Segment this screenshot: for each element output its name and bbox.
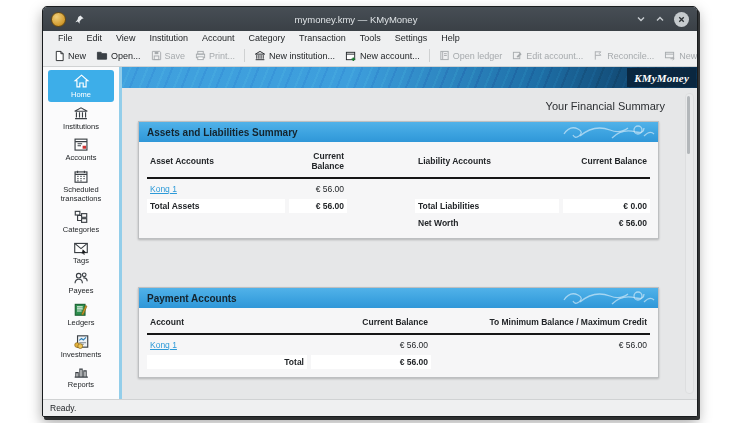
menu-settings[interactable]: Settings (388, 33, 435, 43)
pin-icon[interactable] (74, 14, 85, 25)
table-row: Konq 1 € 56.00 € 56.00 (147, 338, 650, 352)
new-institution-button[interactable]: New institution... (249, 48, 340, 64)
status-text: Ready. (50, 403, 76, 413)
edit-account-button[interactable]: Edit account... (507, 48, 588, 63)
net-worth-value: € 56.00 (563, 216, 650, 230)
total-label: Total (147, 355, 307, 369)
total-value: € 56.00 (311, 355, 431, 369)
new-button[interactable]: New (49, 48, 91, 64)
page-title: Your Financial Summary (122, 100, 697, 112)
sidebar-item-tags[interactable]: Tags (48, 238, 114, 268)
toolbar: New Open... Save Print... New institutio… (43, 45, 697, 67)
table-header-row: Account Current Balance To Minimum Balan… (147, 315, 650, 335)
kmymoney-banner: KMyMoney (122, 67, 697, 88)
investments-icon (73, 334, 90, 349)
flourish-decoration (560, 122, 656, 142)
minimize-button[interactable] (636, 14, 646, 24)
totals-row: Total Assets € 56.00 Total Liabilities €… (147, 199, 650, 213)
section-title: Payment Accounts (147, 293, 237, 304)
new-account-button[interactable]: New account... (340, 48, 425, 64)
column-header: Liability Accounts (415, 154, 559, 168)
menu-help[interactable]: Help (434, 33, 467, 43)
column-header: Current Balance (311, 315, 431, 329)
toolbar-separator (429, 49, 430, 62)
app-icon[interactable] (51, 12, 66, 27)
save-icon (151, 50, 162, 61)
payees-icon (73, 271, 89, 285)
sidebar-item-categories[interactable]: Categories (48, 206, 114, 237)
account-limit: € 56.00 (435, 338, 650, 352)
tags-icon (73, 241, 89, 255)
home-icon (73, 73, 90, 89)
new-document-icon (54, 50, 65, 62)
menu-transaction[interactable]: Transaction (292, 33, 353, 43)
edit-account-icon (512, 50, 523, 61)
net-worth-label: Net Worth (415, 216, 559, 230)
column-header: Asset Accounts (147, 154, 285, 168)
menu-view[interactable]: View (109, 33, 142, 43)
reconcile-button[interactable]: Reconcile... (588, 48, 659, 63)
networth-row: Net Worth € 56.00 (147, 216, 650, 230)
total-liabilities-value: € 0.00 (563, 199, 650, 213)
account-link-konq1[interactable]: Konq 1 (150, 184, 177, 194)
institutions-icon (73, 106, 89, 121)
toolbar-separator (244, 49, 245, 62)
print-icon (195, 50, 206, 61)
kmymoney-logo: KMyMoney (627, 68, 696, 87)
content-scrollbar[interactable] (685, 93, 694, 394)
flourish-decoration (560, 288, 656, 308)
menu-account[interactable]: Account (195, 33, 242, 43)
maximize-button[interactable] (655, 14, 665, 24)
sidebar-item-investments[interactable]: Investments (48, 331, 114, 362)
menu-tools[interactable]: Tools (353, 33, 388, 43)
sidebar-item-home[interactable]: Home (48, 70, 114, 102)
account-balance: € 56.00 (311, 338, 431, 352)
menu-file[interactable]: File (51, 33, 80, 43)
open-button[interactable]: Open... (91, 48, 146, 63)
assets-liabilities-header: Assets and Liabilities Summary (139, 122, 658, 142)
assets-liabilities-table: Asset Accounts Current Balance Liability… (139, 142, 658, 238)
sidebar-item-ledgers[interactable]: Ledgers (48, 299, 114, 330)
sidebar-item-scheduled-transactions[interactable]: Scheduled transactions (48, 166, 114, 205)
close-button[interactable] (674, 12, 689, 27)
sidebar-item-reports[interactable]: Reports (48, 362, 114, 392)
new-credit-transfer-button[interactable]: New credit transfer (659, 48, 698, 63)
total-assets-value: € 56.00 (289, 199, 347, 213)
window-title: mymoney.kmy — KMyMoney (85, 14, 627, 25)
view-sidebar: Home Institutions Accounts Scheduled tra… (43, 67, 119, 399)
home-scroll-area: Your Financial Summary Assets and Liabil… (122, 88, 697, 399)
print-button[interactable]: Print... (190, 48, 240, 63)
credit-transfer-icon (664, 50, 676, 61)
account-link-konq1[interactable]: Konq 1 (150, 340, 177, 350)
total-assets-label: Total Assets (147, 199, 285, 213)
new-account-icon (345, 50, 357, 62)
kmymoney-window: mymoney.kmy — KMyMoney File Edit View In… (42, 6, 698, 417)
sidebar-item-accounts[interactable]: Accounts (48, 134, 114, 165)
statusbar: Ready. (43, 399, 697, 416)
payment-accounts-card: Payment Accounts (138, 287, 659, 378)
open-folder-icon (96, 50, 108, 61)
section-title: Assets and Liabilities Summary (147, 127, 298, 138)
menu-institution[interactable]: Institution (142, 33, 195, 43)
titlebar[interactable]: mymoney.kmy — KMyMoney (43, 7, 697, 31)
menubar: File Edit View Institution Account Categ… (43, 31, 697, 45)
account-balance: € 56.00 (289, 182, 347, 196)
open-ledger-button[interactable]: Open ledger (434, 48, 508, 63)
menu-edit[interactable]: Edit (80, 33, 110, 43)
categories-icon (73, 209, 89, 224)
content-scrollbar-thumb[interactable] (687, 96, 690, 154)
main-area: Home Institutions Accounts Scheduled tra… (43, 67, 697, 399)
sidebar-item-payees[interactable]: Payees (48, 268, 114, 298)
table-header-row: Asset Accounts Current Balance Liability… (147, 149, 650, 179)
bank-icon (254, 50, 266, 62)
save-button[interactable]: Save (146, 48, 191, 63)
menu-category[interactable]: Category (241, 33, 292, 43)
scheduled-icon (73, 169, 89, 184)
kmymoney-logo-text: KMyMoney (634, 72, 689, 84)
column-header: To Minimum Balance / Maximum Credit (435, 315, 650, 329)
accounts-icon (73, 137, 89, 152)
ledgers-icon (73, 302, 89, 317)
sidebar-item-institutions[interactable]: Institutions (48, 103, 114, 134)
payment-accounts-header: Payment Accounts (139, 288, 658, 308)
column-header: Current Balance (563, 154, 650, 168)
